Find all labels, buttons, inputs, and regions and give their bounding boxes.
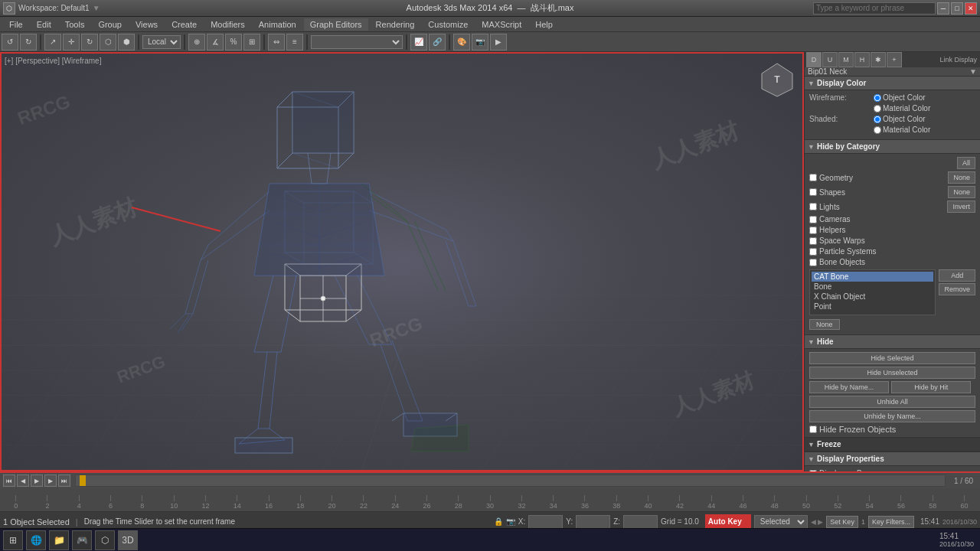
menu-file[interactable]: File <box>3 18 29 31</box>
menu-maxscript[interactable]: MAXScript <box>475 18 528 31</box>
taskbar-app-1[interactable]: 🎮 <box>72 530 92 550</box>
menu-rendering[interactable]: Rendering <box>370 18 421 31</box>
x-input[interactable] <box>528 515 563 529</box>
snap-button[interactable]: ⊕ <box>188 34 205 51</box>
timeline-thumb[interactable] <box>80 475 86 486</box>
shaded-object-radio[interactable]: Object Color <box>874 115 926 123</box>
menu-modifiers[interactable]: Modifiers <box>204 18 251 31</box>
remove-button[interactable]: Remove <box>939 283 975 295</box>
bone-objects-checkbox[interactable]: Bone Objects <box>809 258 865 266</box>
close-button[interactable]: ✕ <box>965 2 977 15</box>
motion-tab[interactable]: M <box>838 52 854 67</box>
next-frame-button[interactable]: ▶ <box>44 474 57 487</box>
search-input[interactable] <box>813 2 936 15</box>
unhide-all-button[interactable]: Unhide All <box>809 396 975 408</box>
menu-create[interactable]: Create <box>165 18 203 31</box>
named-selection-select[interactable] <box>311 35 403 49</box>
menu-edit[interactable]: Edit <box>31 18 57 31</box>
hide-by-hit-button[interactable]: Hide by Hit <box>891 381 971 393</box>
hide-selected-button[interactable]: Hide Selected <box>809 352 975 364</box>
menu-tools[interactable]: Tools <box>59 18 91 31</box>
none-button-1[interactable]: None <box>948 171 975 184</box>
view-cube[interactable]: T <box>758 60 796 98</box>
point-item[interactable]: Point <box>812 302 933 311</box>
align-button[interactable]: ≡ <box>286 34 303 51</box>
lock-icon[interactable]: 🔒 <box>494 517 503 526</box>
invert-button[interactable]: Invert <box>947 201 975 213</box>
auto-key-bar[interactable]: Auto Key <box>705 514 751 530</box>
hide-by-name-button[interactable]: Hide by Name... <box>809 381 889 393</box>
wireframe-object-radio[interactable]: Object Color <box>874 93 926 102</box>
none-standalone-button[interactable]: None <box>809 319 840 330</box>
menu-views[interactable]: Views <box>129 18 164 31</box>
add-button[interactable]: Add <box>939 269 975 282</box>
helpers-checkbox[interactable]: Helpers <box>809 226 845 234</box>
selected-filter-select[interactable]: Selected <box>754 515 808 529</box>
menu-graph-editors[interactable]: Graph Editors <box>304 18 368 31</box>
timeline-track[interactable] <box>75 474 946 487</box>
menu-help[interactable]: Help <box>529 18 559 31</box>
undo-button[interactable]: ↺ <box>2 34 18 51</box>
hide-header[interactable]: ▼ Hide <box>805 335 980 349</box>
space-warps-checkbox[interactable]: Space Warps <box>809 236 865 245</box>
angle-snap-button[interactable]: ∡ <box>207 34 224 51</box>
rotate-button[interactable]: ↻ <box>81 34 98 51</box>
cameras-checkbox[interactable]: Cameras <box>809 215 851 223</box>
spinner-snap-button[interactable]: ⊞ <box>243 34 260 51</box>
redo-button[interactable]: ↻ <box>20 34 37 51</box>
percent-snap-button[interactable]: % <box>225 34 242 51</box>
menu-customize[interactable]: Customize <box>422 18 474 31</box>
y-input[interactable] <box>576 515 610 529</box>
menu-animation[interactable]: Animation <box>253 18 302 31</box>
select-button[interactable]: ↗ <box>44 34 61 51</box>
maximize-button[interactable]: □ <box>951 2 963 15</box>
go-to-end-button[interactable]: ⏭ <box>58 474 70 487</box>
cat-bone-item[interactable]: CAT Bone <box>812 272 933 282</box>
wireframe-material-radio[interactable]: Material Color <box>874 104 930 112</box>
geometry-checkbox[interactable]: Geometry <box>809 174 853 182</box>
reference-coord-select[interactable]: Local <box>142 35 181 49</box>
lights-checkbox[interactable]: Lights <box>809 203 840 211</box>
scale-type-button[interactable]: ⬢ <box>118 34 135 51</box>
material-editor-button[interactable]: 🎨 <box>453 34 470 51</box>
all-button[interactable]: All <box>957 157 975 169</box>
scale-button[interactable]: ⬡ <box>100 34 116 51</box>
none-button-2[interactable]: None <box>948 186 975 198</box>
start-button[interactable]: ⊞ <box>3 530 23 550</box>
key-filters-button[interactable]: Key Filters... <box>868 516 914 528</box>
particle-systems-checkbox[interactable]: Particle Systems <box>809 247 876 256</box>
workspace-dropdown-icon[interactable]: ▼ <box>93 4 100 12</box>
shapes-checkbox[interactable]: Shapes <box>809 188 845 197</box>
panel-header-button[interactable]: ▼ <box>969 67 977 76</box>
z-input[interactable] <box>623 515 658 529</box>
bone-types-listbox[interactable]: CAT Bone Bone X Chain Object Point <box>809 269 936 315</box>
curve-editor-button[interactable]: 📈 <box>410 34 427 51</box>
utility-tab[interactable]: U <box>822 52 838 67</box>
bone-item[interactable]: Bone <box>812 282 933 292</box>
taskbar-browser[interactable]: 🌐 <box>26 530 46 550</box>
create-tab[interactable]: + <box>887 52 902 67</box>
go-to-start-button[interactable]: ⏮ <box>3 474 15 487</box>
taskbar-folder[interactable]: 📁 <box>49 530 69 550</box>
move-button[interactable]: ✛ <box>63 34 80 51</box>
hierarchy-tab[interactable]: H <box>854 52 870 67</box>
hide-frozen-checkbox[interactable]: Hide Frozen Objects <box>809 425 896 434</box>
viewport[interactable]: [+] [Perspective] [Wireframe] <box>0 52 804 471</box>
play-button[interactable]: ▶ <box>31 474 43 487</box>
menu-group[interactable]: Group <box>92 18 128 31</box>
taskbar-3dsmax[interactable]: 3D <box>118 530 138 550</box>
camera-snap-icon[interactable]: 📷 <box>506 517 515 526</box>
prev-frame-button[interactable]: ◀ <box>17 474 29 487</box>
display-tab[interactable]: D <box>806 52 822 67</box>
render-setup-button[interactable]: 📷 <box>472 34 488 51</box>
freeze-header[interactable]: ▼ Freeze <box>805 438 980 452</box>
set-key-button[interactable]: Set Key <box>826 516 858 528</box>
hide-by-category-header[interactable]: ▼ Hide by Category <box>805 140 980 154</box>
render-button[interactable]: ▶ <box>490 34 507 51</box>
display-color-header[interactable]: ▼ Display Color <box>805 77 980 90</box>
schematic-view-button[interactable]: 🔗 <box>429 34 446 51</box>
mirror-button[interactable]: ⇔ <box>268 34 285 51</box>
shaded-material-radio[interactable]: Material Color <box>874 126 930 134</box>
display-properties-header[interactable]: ▼ Display Properties <box>805 452 980 466</box>
minimize-button[interactable]: ─ <box>937 2 949 15</box>
